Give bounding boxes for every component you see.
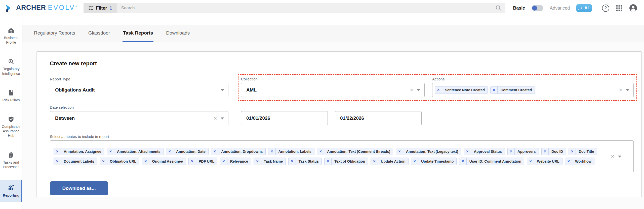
chip-remove-icon[interactable]: [527, 158, 534, 165]
sidebar-item-compliance-assurance-hub[interactable]: Compliance Assurance Hub: [0, 113, 22, 141]
chip-label: Task Status: [296, 158, 321, 165]
download-as-button[interactable]: Download as...: [50, 181, 108, 195]
chip-remove-icon[interactable]: [220, 158, 227, 165]
actions-label: Actions: [432, 77, 634, 81]
end-date-input[interactable]: [335, 111, 422, 125]
chip-remove-icon[interactable]: [54, 158, 61, 165]
chip-remove-icon[interactable]: [325, 158, 332, 165]
chevron-down-icon[interactable]: [618, 156, 621, 158]
chip-remove-icon[interactable]: [166, 148, 173, 155]
create-report-card: Create new report Report Type Obligation…: [36, 51, 642, 197]
chip-label: Obligation URL: [107, 158, 139, 165]
tab-task-reports[interactable]: Task Reports: [123, 25, 153, 42]
search-field: [117, 3, 506, 13]
reporting-chart-icon: [8, 184, 15, 191]
chip-label: Annotation: Assignee: [61, 148, 104, 155]
tab-glassdoor[interactable]: Glassdoor: [88, 25, 111, 42]
chip-remove-icon[interactable]: [464, 148, 471, 155]
chip-remove-icon[interactable]: [268, 148, 275, 155]
chip-remove-icon[interactable]: [508, 148, 515, 155]
chip-remove-icon[interactable]: [100, 158, 107, 165]
attributes-chip-list: Annotation: Assignee Annotation: Attachm…: [54, 148, 611, 165]
selected-attribute-chip: Annotation: Text (Legacy text): [396, 148, 461, 155]
clear-icon[interactable]: [214, 115, 217, 121]
selected-attribute-chip: Annotation: Dropdowns: [211, 148, 266, 155]
ai-button-label: AI: [584, 6, 589, 11]
page-title: Create new report: [50, 60, 634, 67]
brand-name-secondary: EVOLV™: [48, 4, 78, 12]
sparkle-icon: [580, 6, 583, 10]
selected-attribute-chip: Update Timestamp: [411, 158, 457, 165]
chip-remove-icon[interactable]: [542, 148, 549, 155]
start-date-input[interactable]: [241, 111, 328, 125]
chip-remove-icon[interactable]: [254, 158, 261, 165]
report-type-label: Report Type: [50, 77, 228, 81]
chip-label: Relevance: [227, 158, 251, 165]
sidebar-item-label: Compliance Assurance Hub: [1, 124, 22, 138]
chip-label: Text of Obligation: [332, 158, 368, 165]
brand-name-primary: ARCHER: [16, 4, 46, 12]
filter-button[interactable]: Filter 1: [84, 3, 117, 13]
chip-remove-icon[interactable]: [54, 148, 61, 155]
actions-chip-list: Sentence Note Created Comment Created: [435, 86, 619, 94]
search-bar: Filter 1: [84, 3, 506, 13]
basic-advanced-toggle[interactable]: [532, 5, 543, 11]
actions-multiselect[interactable]: Sentence Note Created Comment Created: [432, 83, 634, 97]
chip-label: Annotation: Text (Comment threads): [324, 148, 393, 155]
tab-downloads[interactable]: Downloads: [166, 25, 190, 42]
chip-remove-icon[interactable]: [371, 158, 378, 165]
date-mode-value: Between: [55, 115, 214, 121]
help-icon[interactable]: [602, 5, 609, 12]
search-input[interactable]: [118, 6, 496, 11]
sidebar-item-reporting[interactable]: Reporting: [0, 180, 22, 202]
selected-attribute-chip: Annotation: Labels: [268, 148, 314, 155]
date-mode-select[interactable]: Between: [50, 111, 228, 125]
chip-remove-icon[interactable]: [211, 148, 218, 155]
selected-attribute-chip: Relevance: [220, 158, 251, 165]
chip-label: Annotation: Text (Legacy text): [403, 148, 461, 155]
selected-attribute-chip: Annotation: Assignee: [54, 148, 104, 155]
chip-label: Annotation: Dropdowns: [218, 148, 265, 155]
chip-remove-icon[interactable]: [459, 158, 466, 165]
chevron-down-icon[interactable]: [626, 89, 629, 91]
attributes-multiselect[interactable]: Annotation: Assignee Annotation: Attachm…: [50, 140, 634, 172]
chip-remove-icon[interactable]: [411, 158, 418, 165]
chip-remove-icon[interactable]: [189, 158, 196, 165]
apps-grid-icon[interactable]: [616, 5, 622, 11]
search-icon[interactable]: [495, 5, 502, 11]
chip-remove-icon[interactable]: [565, 158, 572, 165]
chip-label: Website URL: [534, 158, 562, 165]
chip-remove-icon[interactable]: [569, 148, 576, 155]
chip-label: Annotation: Date: [173, 148, 208, 155]
sidebar-item-risk-pillars[interactable]: Risk Pillars: [0, 87, 22, 105]
collection-select[interactable]: AML: [241, 83, 425, 97]
report-type-select[interactable]: Obligations Audit: [50, 83, 228, 97]
sidebar-item-regulatory-intelligence[interactable]: Regulatory Intelligence: [0, 56, 22, 78]
clear-icon[interactable]: [611, 153, 614, 159]
selected-attribute-chip: Obligation URL: [100, 158, 139, 165]
chevron-down-icon[interactable]: [417, 89, 420, 91]
basic-mode-label: Basic: [513, 6, 525, 11]
clear-icon[interactable]: [410, 87, 413, 93]
chip-remove-icon[interactable]: [107, 148, 114, 155]
chevron-down-icon[interactable]: [221, 117, 224, 120]
chip-label: PDF URL: [196, 158, 217, 165]
selected-attribute-chip: Original Assignee: [142, 158, 186, 165]
sidebar-item-business-profile[interactable]: Business Profile: [0, 25, 22, 47]
chip-remove-icon[interactable]: [396, 148, 403, 155]
chevron-down-icon[interactable]: [221, 89, 224, 91]
user-avatar[interactable]: [629, 4, 637, 12]
sidebar-item-tasks-and-processes[interactable]: Tasks and Processes: [0, 149, 22, 172]
ai-button[interactable]: AI: [576, 4, 592, 12]
chip-remove-icon[interactable]: [435, 86, 442, 94]
chip-label: Update Action: [378, 158, 408, 165]
chip-remove-icon[interactable]: [142, 158, 149, 165]
chip-label: Approvers: [515, 148, 539, 155]
chip-remove-icon[interactable]: [289, 158, 296, 165]
chip-remove-icon[interactable]: [491, 86, 498, 94]
tab-regulatory-reports[interactable]: Regulatory Reports: [33, 25, 76, 42]
chip-label: Document Labels: [61, 158, 97, 165]
clear-icon[interactable]: [619, 87, 622, 93]
chip-remove-icon[interactable]: [317, 148, 324, 155]
collection-value: AML: [246, 87, 410, 93]
